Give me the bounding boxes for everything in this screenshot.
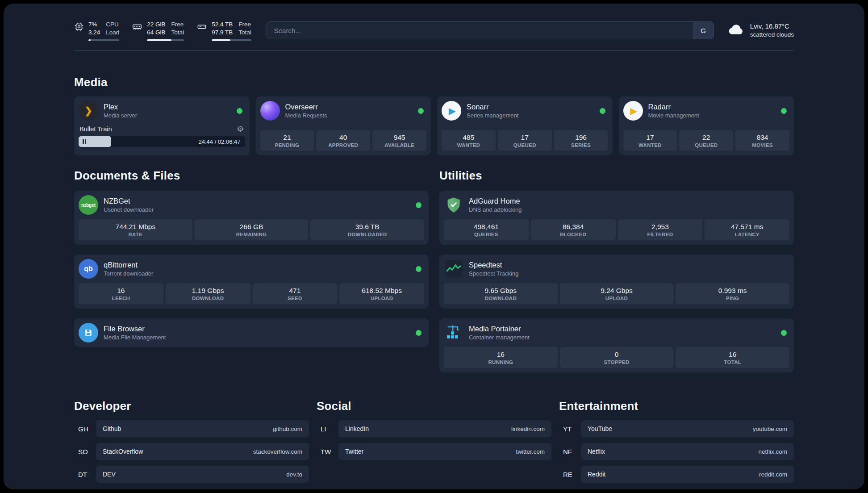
app-card-nzbget[interactable]: nzbget NZBGet Usenet downloader 744.21 M…	[74, 191, 429, 245]
search-input[interactable]	[267, 22, 693, 39]
app-card-overseerr[interactable]: Overseerr Media Requests 21 PENDING 40 A…	[256, 96, 431, 155]
utilities-section: Utilities AdGuard Home DNS and adblockin…	[439, 169, 794, 372]
bookmark-netflix[interactable]: NF Netflix netflix.com	[559, 443, 794, 460]
bookmark-reddit[interactable]: RE Reddit reddit.com	[559, 466, 794, 483]
bookmark-name: Twitter	[345, 448, 363, 455]
bookmark-url: dev.to	[286, 471, 302, 478]
app-name: NZBGet	[104, 197, 154, 205]
bookmark-stackoverflow[interactable]: SO StackOverflow stackoverflow.com	[74, 443, 309, 460]
bookmark-dev[interactable]: DT DEV dev.to	[74, 466, 309, 483]
overseerr-icon	[260, 101, 280, 121]
bookmark-name: YouTube	[588, 425, 612, 432]
disk-label-free: Free	[238, 21, 251, 29]
gear-icon[interactable]: ⚙	[237, 125, 244, 133]
app-name: Plex	[104, 103, 137, 111]
stat-tile-latency: 47.571 ms LATENCY	[705, 219, 789, 240]
bookmark-youtube[interactable]: YT YouTube youtube.com	[559, 420, 794, 437]
stat-tile-download: 9.65 Gbps DOWNLOAD	[444, 283, 558, 304]
app-card-portainer[interactable]: Media Portainer Container management 16 …	[439, 318, 794, 372]
weather-location: Lviv, 16.87°C	[750, 21, 794, 31]
stat-tile-upload: 618.52 Mbps UPLOAD	[339, 283, 424, 304]
app-card-qbittorrent[interactable]: qb qBittorrent Torrent downloader 16 LEE…	[74, 255, 429, 309]
stat-tile-wanted: 485 WANTED	[442, 130, 496, 151]
bookmark-group-social: Social LI LinkedIn linkedin.com TW Twitt…	[317, 399, 551, 466]
app-card-adguard[interactable]: AdGuard Home DNS and adblocking 498,461 …	[439, 191, 794, 245]
app-card-sonarr[interactable]: ▶ Sonarr Series management 485 WANTED 17…	[437, 96, 613, 155]
app-name: qBittorrent	[104, 261, 153, 269]
stat-tile-queued: 17 QUEUED	[498, 130, 552, 151]
app-name: File Browser	[104, 325, 166, 333]
cpu-label-top: CPU	[106, 21, 119, 29]
status-online-dot	[418, 108, 424, 114]
bookmark-group-entertainment: Entertainment YT YouTube youtube.com NF …	[559, 399, 794, 489]
bookmark-name: Netflix	[588, 448, 605, 455]
stat-tile-ping: 0.993 ms PING	[676, 283, 789, 304]
app-subtitle: Media server	[104, 112, 137, 119]
bookmark-url: netflix.com	[758, 448, 787, 455]
qbittorrent-icon: qb	[79, 259, 98, 279]
bookmark-twitter[interactable]: TW Twitter twitter.com	[317, 443, 551, 460]
stat-tile-pending: 21 PENDING	[260, 130, 314, 151]
app-name: AdGuard Home	[469, 197, 522, 205]
disk-widget: 52.4 TB 97.9 TB Free Total	[196, 21, 251, 41]
topbar: 7% 3.24 CPU Load	[74, 21, 794, 41]
stat-tile-movies: 834 MOVIES	[735, 130, 789, 151]
section-title-utilities: Utilities	[439, 169, 794, 183]
app-card-filebrowser[interactable]: File Browser Media File Management	[74, 318, 429, 347]
bookmark-abbr: YT	[559, 425, 581, 433]
section-title-documents: Documents & Files	[74, 169, 429, 183]
bookmark-linkedin[interactable]: LI LinkedIn linkedin.com	[317, 420, 551, 437]
bookmark-abbr: SO	[74, 448, 96, 455]
dashboard-panel: 7% 3.24 CPU Load	[4, 4, 864, 489]
bookmark-name: StackOverflow	[103, 448, 143, 455]
bookmark-name: Github	[103, 425, 121, 432]
plex-progress-bar[interactable]: 24:44 / 02:06:47	[79, 136, 245, 147]
pause-icon[interactable]	[83, 139, 86, 144]
search-bar: G	[267, 21, 714, 39]
app-card-radarr[interactable]: ▶ Radarr Movie management 17 WANTED 22 Q…	[619, 96, 794, 155]
bookmark-name: DEV	[103, 471, 116, 478]
cpu-percent: 7%	[88, 21, 100, 29]
ram-icon	[132, 21, 142, 41]
app-subtitle: Speedtest Tracking	[469, 270, 518, 277]
disk-icon	[196, 21, 207, 41]
ram-usage-bar	[147, 39, 184, 41]
app-card-speedtest[interactable]: Speedtest Speedtest Tracking 9.65 Gbps D…	[439, 255, 794, 309]
speedtest-icon	[444, 259, 463, 279]
app-subtitle: DNS and adblocking	[469, 206, 522, 213]
stat-tile-upload: 9.24 Gbps UPLOAD	[560, 283, 674, 304]
weather-widget[interactable]: Lviv, 16.87°C scattered clouds	[727, 21, 794, 39]
bookmark-url: github.com	[273, 426, 302, 432]
cpu-load-value: 3.24	[88, 29, 100, 37]
bookmark-group-developer: Developer GH Github github.com SO StackO…	[74, 399, 309, 489]
app-name: Speedtest	[469, 261, 518, 269]
bookmarks-section: Developer GH Github github.com SO StackO…	[74, 399, 794, 489]
bookmark-name: LinkedIn	[345, 425, 369, 432]
ram-free-value: 22 GiB	[147, 21, 165, 29]
search-engine-button[interactable]: G	[693, 22, 714, 39]
bookmark-abbr: TW	[317, 448, 338, 455]
status-online-dot	[237, 108, 242, 114]
bookmark-url: youtube.com	[753, 426, 787, 432]
app-subtitle: Torrent downloader	[104, 270, 153, 277]
playback-time: 24:44 / 02:06:47	[199, 138, 241, 145]
section-title-developer: Developer	[74, 399, 309, 413]
status-online-dot	[600, 108, 605, 114]
disk-usage-bar	[212, 39, 251, 41]
stat-tile-approved: 40 APPROVED	[316, 130, 370, 151]
plex-icon: ❯	[79, 101, 98, 121]
app-card-plex[interactable]: ❯ Plex Media server Bullet Train ⚙ 24:44…	[74, 96, 250, 155]
stat-tile-downloaded: 39.6 TB DOWNLOADED	[310, 219, 424, 240]
status-online-dot	[416, 266, 421, 272]
weather-condition: scattered clouds	[750, 31, 794, 39]
filebrowser-icon	[79, 323, 98, 343]
bookmark-github[interactable]: GH Github github.com	[74, 420, 309, 437]
cpu-icon	[74, 21, 84, 41]
stat-tile-filtered: 2,953 FILTERED	[618, 219, 703, 240]
now-playing-title: Bullet Train	[79, 125, 112, 133]
stat-tile-remaining: 266 GB REMAINING	[195, 219, 309, 240]
stat-tile-rate: 744.21 Mbps RATE	[79, 219, 192, 240]
stat-tile-series: 196 SERIES	[554, 130, 608, 151]
app-subtitle: Media Requests	[285, 112, 327, 119]
stat-tile-running: 16 RUNNING	[444, 347, 558, 368]
